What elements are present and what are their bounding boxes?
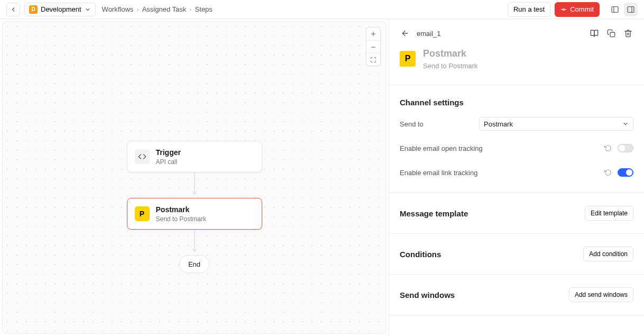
svg-rect-3 [612, 6, 618, 12]
message-template-title: Message template [400, 209, 468, 218]
link-tracking-label: Enable email link tracking [400, 169, 604, 177]
commit-label: Commit [570, 5, 594, 13]
conditions-title: Conditions [400, 250, 441, 259]
send-to-row: Send to Postmark [400, 116, 633, 131]
chevron-right-icon: › [189, 5, 191, 13]
reset-open-tracking-button[interactable] [604, 144, 612, 152]
hero-title: Postmark [423, 48, 477, 60]
breadcrumb-workflows[interactable]: Workflows [102, 5, 134, 13]
step-editor-panel: email_1 P Postmark Send to Postmark [389, 19, 644, 336]
open-tracking-label: Enable email open tracking [400, 144, 604, 152]
run-test-label: Run a test [513, 5, 545, 13]
breadcrumb-assigned-task[interactable]: Assigned Task [142, 5, 187, 13]
topbar: D Development Workflows › Assigned Task … [0, 0, 644, 19]
panel-title: email_1 [417, 30, 441, 38]
zoom-in-button[interactable] [366, 28, 380, 40]
message-template-section: Message template Edit template [389, 193, 644, 234]
connector-arrow-icon [189, 172, 200, 198]
open-tracking-toggle[interactable] [618, 144, 633, 152]
postmark-node[interactable]: P Postmark Send to Postmark [127, 198, 262, 230]
edit-template-label: Edit template [591, 210, 628, 217]
panel-back-button[interactable] [400, 28, 410, 39]
trigger-node[interactable]: Trigger API call [127, 141, 262, 172]
postmark-icon: P [135, 206, 150, 221]
chevron-right-icon: › [136, 5, 139, 13]
duplicate-button[interactable] [606, 28, 617, 39]
add-condition-label: Add condition [589, 250, 628, 258]
reset-link-tracking-button[interactable] [604, 168, 612, 177]
panel-hero: P Postmark Send to Postmark [389, 48, 644, 85]
send-to-value: Postmark [484, 120, 622, 128]
svg-rect-5 [628, 6, 634, 12]
send-to-select[interactable]: Postmark [479, 117, 633, 131]
panel-layout-right-button[interactable] [624, 3, 638, 16]
trigger-subtitle: API call [156, 158, 181, 166]
send-windows-title: Send windows [400, 290, 455, 299]
chevron-left-icon [10, 6, 16, 13]
channel-settings-title: Channel settings [400, 98, 464, 107]
trigger-title: Trigger [156, 148, 181, 157]
panel-layout-left-button[interactable] [608, 3, 622, 16]
send-to-label: Send to [400, 120, 474, 128]
chevron-down-icon [85, 6, 91, 13]
canvas-controls [366, 27, 381, 66]
svg-rect-13 [610, 32, 615, 37]
panel-header: email_1 [389, 19, 644, 48]
conditions-section: Conditions Add condition [389, 234, 644, 275]
workflow-flow: Trigger API call P Postmark Send to Post… [127, 141, 262, 273]
add-send-windows-label: Add send windows [575, 291, 628, 298]
postmark-title: Postmark [156, 205, 206, 214]
commit-button[interactable]: Commit [555, 2, 600, 17]
add-send-windows-button[interactable]: Add send windows [569, 287, 633, 302]
send-windows-section: Send windows Add send windows [389, 275, 644, 315]
link-tracking-row: Enable email link tracking [400, 165, 633, 180]
end-label: End [188, 260, 200, 268]
delete-button[interactable] [623, 28, 633, 39]
link-tracking-toggle[interactable] [618, 168, 633, 177]
add-condition-button[interactable]: Add condition [583, 247, 633, 261]
postmark-icon: P [400, 51, 416, 67]
end-node[interactable]: End [179, 255, 209, 273]
docs-button[interactable] [589, 28, 600, 39]
fit-view-button[interactable] [366, 53, 380, 66]
environment-label: Development [41, 5, 81, 13]
connector-arrow-icon [189, 230, 200, 255]
breadcrumb-steps[interactable]: Steps [195, 5, 213, 13]
run-test-button[interactable]: Run a test [508, 2, 550, 17]
workflow-canvas[interactable]: Trigger API call P Postmark Send to Post… [2, 21, 387, 334]
edit-template-button[interactable]: Edit template [585, 206, 633, 221]
workflow-canvas-wrap: Trigger API call P Postmark Send to Post… [0, 19, 389, 336]
code-icon [135, 149, 150, 164]
breadcrumb: Workflows › Assigned Task › Steps [102, 5, 213, 13]
commit-icon [560, 6, 567, 13]
postmark-subtitle: Send to Postmark [156, 215, 206, 223]
hero-subtitle: Send to Postmark [423, 62, 477, 70]
zoom-out-button[interactable] [366, 40, 380, 53]
open-tracking-row: Enable email open tracking [400, 141, 633, 156]
env-badge-icon: D [29, 5, 38, 14]
channel-settings-section: Channel settings Send to Postmark Enable… [389, 85, 644, 193]
chevron-down-icon [622, 121, 629, 127]
back-button[interactable] [6, 3, 20, 16]
environment-selector[interactable]: D Development [24, 3, 96, 16]
